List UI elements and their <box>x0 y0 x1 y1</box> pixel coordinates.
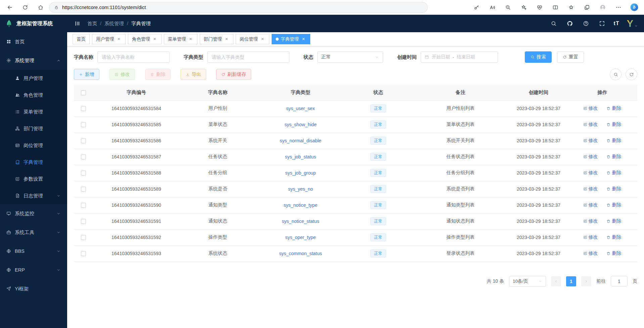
sidebar-item-bbs[interactable]: BBS <box>0 242 67 261</box>
row-checkbox[interactable] <box>81 106 86 111</box>
row-checkbox[interactable] <box>81 171 86 176</box>
browser-essentials-icon[interactable] <box>535 3 544 12</box>
delete-button[interactable]: 删除 <box>145 69 171 80</box>
breadcrumb-system-mgmt[interactable]: 系统管理 <box>104 20 124 27</box>
tab-post-mgmt[interactable]: 岗位管理× <box>236 34 269 44</box>
row-checkbox[interactable] <box>81 122 86 127</box>
back-icon[interactable] <box>5 3 14 12</box>
row-delete-button[interactable]: 删除 <box>606 122 621 128</box>
page-number-1[interactable]: 1 <box>566 276 576 286</box>
row-edit-button[interactable]: 修改 <box>583 138 598 144</box>
sidebar-item-system-mgmt[interactable]: 系统管理 <box>0 51 67 70</box>
sidebar-item-role-mgmt[interactable]: 角色管理 <box>0 87 67 103</box>
sidebar-collapse-icon[interactable] <box>73 19 82 28</box>
row-edit-button[interactable]: 修改 <box>583 122 598 128</box>
sidebar-item-yi-framework[interactable]: Yi框架 <box>0 279 67 298</box>
user-menu[interactable]: Y <box>627 19 638 29</box>
prev-page-button[interactable] <box>551 276 561 286</box>
row-delete-button[interactable]: 删除 <box>606 186 621 192</box>
add-favorite-icon[interactable] <box>519 3 528 12</box>
tab-menu-mgmt[interactable]: 菜单管理× <box>164 34 197 44</box>
help-icon[interactable] <box>582 19 590 28</box>
profile-avatar[interactable] <box>598 3 607 12</box>
tab-home[interactable]: 首页 <box>73 34 90 44</box>
row-edit-button[interactable]: 修改 <box>583 218 598 224</box>
dict-type-link[interactable]: sys_oper_type <box>285 235 316 240</box>
status-select[interactable]: 正常 <box>317 51 383 63</box>
home-icon[interactable] <box>36 3 45 12</box>
next-page-button[interactable] <box>581 276 591 286</box>
row-delete-button[interactable]: 删除 <box>606 105 621 111</box>
row-edit-button[interactable]: 修改 <box>583 154 598 160</box>
reload-icon[interactable] <box>21 3 30 12</box>
sidebar-item-log-mgmt[interactable]: 日志管理 <box>0 187 67 204</box>
url-text[interactable]: https://ccnetcore.com:1101/system/dict <box>62 5 146 10</box>
breadcrumb-home[interactable]: 首页 <box>87 20 97 27</box>
dict-type-link[interactable]: sys_show_hide <box>284 122 317 127</box>
row-checkbox[interactable] <box>81 235 86 240</box>
favorites-icon[interactable] <box>567 3 576 12</box>
copilot-icon[interactable]: b <box>630 3 639 12</box>
add-button[interactable]: 新增 <box>74 69 99 80</box>
tab-dept-mgmt[interactable]: 部门管理× <box>200 34 233 44</box>
refresh-table-button[interactable] <box>626 68 637 80</box>
row-edit-button[interactable]: 修改 <box>583 234 598 240</box>
more-icon[interactable] <box>614 3 623 12</box>
sidebar-item-param-settings[interactable]: 参数设置 <box>0 171 67 187</box>
address-bar[interactable]: https://ccnetcore.com:1101/system/dict <box>49 2 428 13</box>
row-edit-button[interactable]: 修改 <box>583 202 598 208</box>
row-delete-button[interactable]: 删除 <box>606 138 621 144</box>
row-delete-button[interactable]: 删除 <box>606 202 621 208</box>
split-screen-icon[interactable] <box>551 3 560 12</box>
sidebar-item-post-mgmt[interactable]: 岗位管理 <box>0 137 67 154</box>
read-aloud-icon[interactable] <box>488 3 497 12</box>
close-icon[interactable]: × <box>188 37 193 42</box>
app-logo[interactable]: 意框架管理系统 <box>0 15 67 32</box>
select-all-checkbox[interactable] <box>81 90 86 95</box>
dict-type-input[interactable] <box>207 51 289 63</box>
font-size-icon[interactable]: tT <box>614 20 619 27</box>
search-button[interactable]: 搜索 <box>525 51 552 63</box>
dict-type-link[interactable]: sys_yes_no <box>288 186 313 192</box>
row-edit-button[interactable]: 修改 <box>583 186 598 192</box>
key-icon[interactable] <box>472 3 481 12</box>
row-checkbox[interactable] <box>81 219 86 224</box>
row-delete-button[interactable]: 删除 <box>606 250 621 256</box>
page-size-select[interactable]: 10条/页 <box>509 276 546 287</box>
row-edit-button[interactable]: 修改 <box>583 250 598 256</box>
close-icon[interactable]: × <box>224 37 229 42</box>
dict-type-link[interactable]: sys_user_sex <box>286 106 315 111</box>
zoom-out-icon[interactable] <box>504 3 512 12</box>
search-icon[interactable] <box>549 19 558 28</box>
goto-page-input[interactable] <box>611 276 628 286</box>
tab-dict-mgmt[interactable]: 字典管理× <box>272 34 310 44</box>
dict-type-link[interactable]: sys_job_group <box>285 170 316 176</box>
row-edit-button[interactable]: 修改 <box>583 105 598 111</box>
sidebar-item-system-monitor[interactable]: 系统监控 <box>0 204 67 223</box>
row-delete-button[interactable]: 删除 <box>606 154 621 160</box>
dict-name-input[interactable] <box>97 51 170 63</box>
dict-type-link[interactable]: sys_notice_type <box>284 202 317 208</box>
row-delete-button[interactable]: 删除 <box>606 170 621 176</box>
close-icon[interactable]: × <box>301 37 306 42</box>
sidebar-item-dict-mgmt[interactable]: 字典管理 <box>0 154 67 171</box>
row-checkbox[interactable] <box>81 251 86 256</box>
dict-type-link[interactable]: sys_job_status <box>285 154 316 159</box>
date-range-picker[interactable]: 开始日期 - 结束日期 <box>421 51 498 63</box>
reset-button[interactable]: 重置 <box>557 51 584 63</box>
refresh-cache-button[interactable]: 刷新缓存 <box>216 69 251 80</box>
dict-type-link[interactable]: sys_normal_disable <box>280 138 321 143</box>
dict-type-link[interactable]: sys_common_status <box>279 251 322 256</box>
tab-role-mgmt[interactable]: 角色管理× <box>128 34 162 44</box>
row-delete-button[interactable]: 删除 <box>606 218 621 224</box>
sidebar-item-dept-mgmt[interactable]: 部门管理 <box>0 120 67 137</box>
row-checkbox[interactable] <box>81 187 86 192</box>
fullscreen-icon[interactable] <box>598 19 606 28</box>
close-icon[interactable]: × <box>116 37 122 42</box>
sidebar-item-menu-mgmt[interactable]: 菜单管理 <box>0 103 67 120</box>
sidebar-item-erp[interactable]: ERP <box>0 261 67 279</box>
collections-icon[interactable] <box>583 3 591 12</box>
sidebar-item-home[interactable]: 首页 <box>0 32 67 51</box>
dict-type-link[interactable]: sys_notice_status <box>282 219 319 224</box>
export-button[interactable]: 导出 <box>181 69 206 80</box>
